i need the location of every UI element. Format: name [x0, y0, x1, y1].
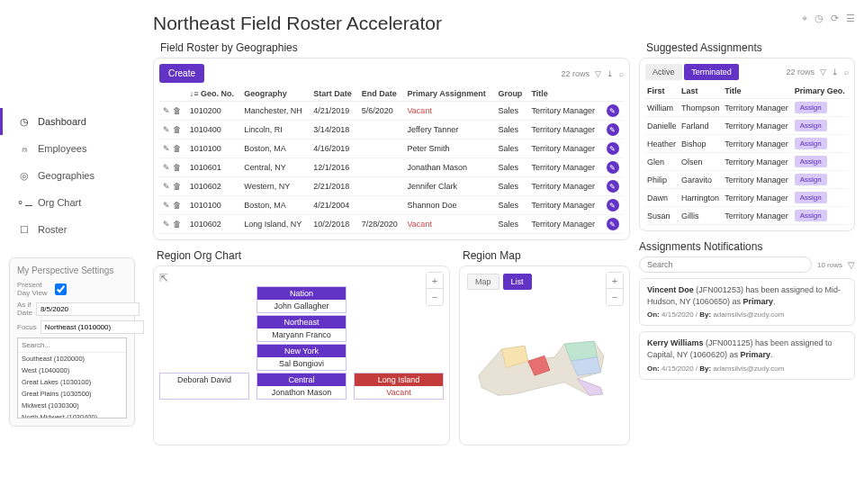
- search-icon[interactable]: ⌕: [619, 69, 624, 78]
- sugg-filter-icon[interactable]: ▽: [820, 68, 826, 76]
- assign-button[interactable]: Assign: [795, 174, 827, 185]
- sugg-col-header[interactable]: Primary Geo.: [793, 84, 849, 99]
- assign-button[interactable]: Assign: [795, 120, 827, 131]
- roster-col-header[interactable]: End Date: [358, 86, 404, 102]
- roster-row[interactable]: ✎🗑 1010601 Central, NY 12/1/2016 Jonatha…: [159, 158, 624, 177]
- tab-active[interactable]: Active: [645, 64, 682, 80]
- nav-item-org-chart[interactable]: ⚬⚊Org Chart: [0, 189, 144, 216]
- perspective-settings: My Perspective Settings Present Day View…: [9, 257, 135, 427]
- focus-option[interactable]: West (1040000): [18, 364, 126, 376]
- refresh-icon[interactable]: ⟳: [831, 13, 839, 24]
- notif-filter-icon[interactable]: ▽: [848, 260, 855, 270]
- roster-col-header[interactable]: Primary Assignment: [404, 86, 495, 102]
- roster-row[interactable]: ✎🗑 1010100 Boston, MA 4/21/2004 Shannon …: [159, 196, 624, 215]
- row-action-icon[interactable]: ✎: [607, 180, 619, 193]
- roster-row[interactable]: ✎🗑 1010200 Manchester, NH 4/21/2019 5/6/…: [159, 102, 624, 121]
- sugg-export-icon[interactable]: ⤓: [832, 68, 839, 76]
- row-action-icon[interactable]: ✎: [607, 104, 619, 117]
- nav-item-employees[interactable]: ⍝Employees: [0, 135, 144, 162]
- delete-icon[interactable]: 🗑: [173, 201, 181, 210]
- assign-button[interactable]: Assign: [795, 156, 827, 167]
- list-view-button[interactable]: List: [503, 274, 532, 290]
- edit-icon[interactable]: ✎: [163, 125, 170, 134]
- focus-option[interactable]: Midwest (1030300): [18, 400, 126, 411]
- roster-col-header[interactable]: Group: [494, 86, 527, 102]
- sugg-col-header[interactable]: Title: [723, 84, 792, 99]
- roster-col-header[interactable]: [159, 86, 186, 102]
- sugg-search-icon[interactable]: ⌕: [844, 68, 849, 76]
- delete-icon[interactable]: 🗑: [173, 144, 181, 153]
- focus-dropdown[interactable]: Southeast (1020000)West (1040000)Great L…: [17, 338, 127, 418]
- sugg-col-header[interactable]: First: [645, 84, 680, 99]
- present-day-checkbox[interactable]: [55, 284, 67, 295]
- row-action-icon[interactable]: ✎: [607, 199, 619, 212]
- menu-icon[interactable]: ☰: [846, 13, 855, 24]
- org-node-leaf-a[interactable]: Deborah David: [159, 373, 249, 400]
- row-action-icon[interactable]: ✎: [607, 123, 619, 136]
- org-node-central[interactable]: CentralJonathon Mason: [256, 373, 346, 400]
- roster-row[interactable]: ✎🗑 1010602 Long Island, NY 10/2/2018 7/2…: [159, 215, 624, 234]
- zoom-out-button[interactable]: −: [427, 289, 443, 305]
- delete-icon[interactable]: 🗑: [173, 182, 181, 191]
- notif-search-input[interactable]: [639, 256, 812, 273]
- roster-col-header[interactable]: Start Date: [310, 86, 358, 102]
- focus-input[interactable]: [40, 320, 144, 334]
- nav-item-roster[interactable]: ☐Roster: [0, 216, 144, 243]
- roster-row[interactable]: ✎🗑 1010400 Lincoln, RI 3/14/2018 Jeffery…: [159, 121, 624, 140]
- roster-col-header[interactable]: Title: [527, 86, 602, 102]
- map-view-button[interactable]: Map: [467, 274, 500, 290]
- map-zoom-out-button[interactable]: −: [607, 289, 623, 305]
- sugg-table: FirstLastTitlePrimary Geo. William Thomp…: [645, 84, 849, 225]
- assign-button[interactable]: Assign: [795, 138, 827, 149]
- focus-option[interactable]: Great Lakes (1030100): [18, 376, 126, 388]
- assign-button[interactable]: Assign: [795, 192, 827, 203]
- row-action-icon[interactable]: ✎: [607, 218, 619, 230]
- filter-icon[interactable]: ▽: [595, 69, 601, 78]
- delete-icon[interactable]: 🗑: [173, 163, 181, 172]
- edit-icon[interactable]: ✎: [163, 163, 170, 172]
- focus-option[interactable]: Great Plains (1030500): [18, 388, 126, 400]
- delete-icon[interactable]: 🗑: [173, 220, 181, 229]
- present-day-label: Present Day View: [17, 281, 51, 297]
- zoom-in-button[interactable]: +: [427, 273, 443, 289]
- row-action-icon[interactable]: ✎: [607, 142, 619, 155]
- focus-option[interactable]: Southeast (1020000): [18, 353, 126, 364]
- notification-item[interactable]: Kerry Williams (JFN001125) has been assi…: [639, 331, 855, 379]
- asif-date-input[interactable]: [36, 302, 140, 316]
- org-node-longisland[interactable]: Long IslandVacant: [354, 373, 444, 400]
- delete-icon[interactable]: 🗑: [173, 106, 181, 115]
- assign-button[interactable]: Assign: [795, 210, 827, 221]
- edit-icon[interactable]: ✎: [163, 201, 170, 210]
- sugg-col-header[interactable]: Last: [680, 84, 723, 99]
- popout-icon[interactable]: ⇱: [159, 272, 168, 284]
- org-node-northeast[interactable]: NortheastMaryann Franco: [256, 315, 346, 342]
- edit-icon[interactable]: ✎: [163, 106, 170, 115]
- roster-row[interactable]: ✎🗑 1010100 Boston, MA 4/16/2019 Peter Sm…: [159, 140, 624, 158]
- delete-icon[interactable]: 🗑: [173, 125, 181, 134]
- roster-col-header[interactable]: ↓≡ Geo. No.: [186, 86, 241, 102]
- row-action-icon[interactable]: ✎: [607, 161, 619, 174]
- settings-title: My Perspective Settings: [17, 266, 127, 275]
- notification-item[interactable]: Vincent Doe (JFN001253) has been assigne…: [639, 278, 855, 326]
- suggested-assignments-card: Active Terminated 22 rows ▽ ⤓ ⌕ Fir: [639, 58, 855, 231]
- compass-icon[interactable]: ⌖: [802, 13, 807, 24]
- roster-row[interactable]: ✎🗑 1010602 Western, NY 2/21/2018 Jennife…: [159, 177, 624, 196]
- roster-col-header[interactable]: [603, 86, 624, 102]
- focus-search-input[interactable]: [18, 338, 126, 353]
- nav-item-dashboard[interactable]: ◷Dashboard: [0, 108, 144, 135]
- edit-icon[interactable]: ✎: [163, 220, 170, 229]
- edit-icon[interactable]: ✎: [163, 144, 170, 153]
- focus-option[interactable]: North Midwest (1030400): [18, 411, 126, 418]
- clock-icon[interactable]: ◷: [814, 13, 824, 24]
- org-node-nation[interactable]: NationJohn Gallagher: [256, 286, 346, 313]
- nav-item-geographies[interactable]: ◎Geographies: [0, 162, 144, 189]
- edit-icon[interactable]: ✎: [163, 182, 170, 191]
- sugg-row: Glen Olsen Territory Manager Assign: [645, 153, 849, 171]
- roster-col-header[interactable]: Geography: [240, 86, 310, 102]
- map-zoom-in-button[interactable]: +: [607, 273, 623, 289]
- create-button[interactable]: Create: [159, 64, 204, 83]
- export-icon[interactable]: ⤓: [607, 69, 614, 78]
- org-node-newyork[interactable]: New YorkSal Bongiovi: [256, 344, 346, 371]
- assign-button[interactable]: Assign: [795, 102, 827, 113]
- tab-terminated[interactable]: Terminated: [684, 64, 739, 80]
